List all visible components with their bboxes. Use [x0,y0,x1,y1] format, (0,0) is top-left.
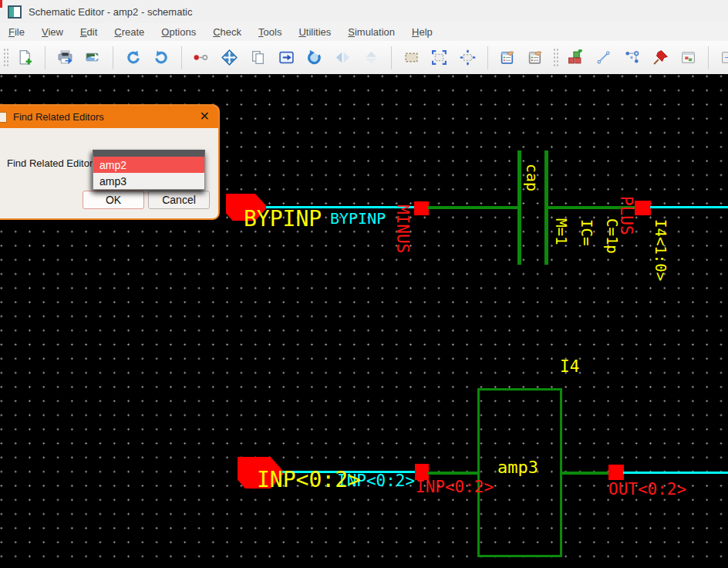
window-title: Schematic Editor - amp2 - schematic [29,6,192,18]
instance-name-label[interactable]: I4 [560,358,579,375]
create-wire-icon [595,49,612,66]
editors-dropdown-list: amp2 amp3 [93,150,205,190]
find-related-editors-label: Find Related Editors: [7,157,100,169]
create-block-button[interactable] [678,46,699,70]
terminal-label-plus[interactable]: PLUS [618,196,635,235]
toolbar-drag-handle-2[interactable] [553,48,558,68]
zoom-fit-button[interactable] [429,46,450,70]
instance-pin-label-out[interactable]: OUT<0:2> [608,481,686,498]
export-image-button[interactable] [83,46,104,70]
menu-create[interactable]: Create [106,25,153,39]
dialog-titlebar[interactable]: Find Related Editors ✕ [0,106,218,128]
wire-out[interactable] [623,472,728,474]
net-amp3-right[interactable] [561,472,609,475]
find-related-editors-dialog: Find Related Editors ✕ Find Related Edit… [0,104,220,220]
check-current-button[interactable] [526,46,547,70]
create-instance-button[interactable] [565,46,585,70]
toolbar-drag-handle[interactable] [3,48,8,68]
window-titlebar[interactable]: Schematic Editor - amp2 - schematic [0,0,728,24]
flip-horizontal-icon [363,49,379,66]
copy-button[interactable] [248,46,268,70]
menu-file[interactable]: File [0,25,33,39]
print-icon [57,49,73,66]
create-wire-name-icon [624,49,640,66]
move-button[interactable] [219,46,240,70]
net-cap-left[interactable] [427,206,520,209]
app-icon [8,5,22,19]
menubar: File View Edit Create Options Check Tool… [0,23,728,42]
dropdown-option-amp2[interactable]: amp2 [93,157,204,173]
pin-label-inp[interactable]: INP<0:2> [257,468,361,491]
copy-icon [250,49,266,66]
new-cellview-icon [17,49,33,66]
cancel-button[interactable]: Cancel [148,191,210,209]
flip-horizontal-button[interactable] [361,46,382,70]
menu-view[interactable]: View [33,25,72,39]
print-button[interactable] [55,46,76,70]
descend-button[interactable] [191,46,212,70]
create-instance-icon [567,49,583,66]
overflow-icon [720,49,728,66]
toolbar [0,41,728,75]
new-cellview-button[interactable] [15,46,35,70]
properties-icon [403,49,420,66]
undo-button[interactable] [123,46,143,70]
menu-options[interactable]: Options [153,25,204,39]
instance-pin-label-inp[interactable]: INP<0:2> [416,478,494,495]
cap-m-label[interactable]: M=1 [553,218,568,245]
pin-label-bypinp[interactable]: BYPINP [244,208,322,230]
zoom-to-selected-icon [460,49,476,66]
undo-icon [125,49,141,66]
flip-vertical-button[interactable] [332,46,353,70]
dialog-title: Find Related Editors [13,111,104,123]
create-pin-icon [652,49,669,66]
dropdown-option-amp3[interactable]: amp3 [93,173,204,189]
check-and-save-button[interactable] [497,46,518,70]
create-wire-name-button[interactable] [622,46,642,70]
amp3-out-terminal[interactable] [608,465,624,480]
cap-name-label[interactable]: cap [524,164,540,191]
menu-simulation[interactable]: Simulation [339,25,403,39]
wire-bus-top[interactable] [650,206,728,208]
descend-icon [193,49,209,66]
stretch-icon [278,49,295,66]
net-amp3-left[interactable] [428,472,479,475]
create-block-icon [680,49,696,66]
terminal-label-minus[interactable]: MINUS [394,205,411,253]
rotate-icon [306,49,322,66]
zoom-fit-icon [431,49,447,66]
move-icon [221,49,238,66]
bus-label-top[interactable]: I4<1:0> [652,219,668,281]
screen-corner-marker [0,0,2,8]
schematic-editor-window: Schematic Editor - amp2 - schematic File… [0,0,728,568]
close-icon[interactable]: ✕ [200,109,210,123]
rotate-button[interactable] [305,46,325,70]
zoom-to-selected-button[interactable] [457,46,478,70]
flip-vertical-icon [335,49,351,66]
properties-button[interactable] [401,46,422,70]
dialog-icon [0,112,7,123]
ok-button[interactable]: OK [83,191,144,209]
menu-edit[interactable]: Edit [72,25,106,39]
menu-help[interactable]: Help [403,25,441,39]
menu-check[interactable]: Check [204,25,250,39]
export-image-icon [85,49,101,66]
stretch-button[interactable] [276,46,297,70]
cell-name-label[interactable]: amp3 [497,458,538,476]
cap-plus-terminal[interactable] [635,201,651,215]
redo-button[interactable] [151,46,172,70]
overflow-button[interactable] [718,46,728,70]
cap-ic-label[interactable]: IC= [578,219,594,245]
wire-label-bypinp[interactable]: BYPINP [330,211,386,227]
create-pin-button[interactable] [650,46,671,70]
check-and-save-icon [500,49,516,66]
create-wire-button[interactable] [593,46,614,70]
redo-icon [153,49,170,66]
cap-plate-left[interactable] [517,150,521,265]
menu-utilities[interactable]: Utilities [290,25,339,39]
check-current-icon [527,49,544,66]
menu-tools[interactable]: Tools [250,25,290,39]
